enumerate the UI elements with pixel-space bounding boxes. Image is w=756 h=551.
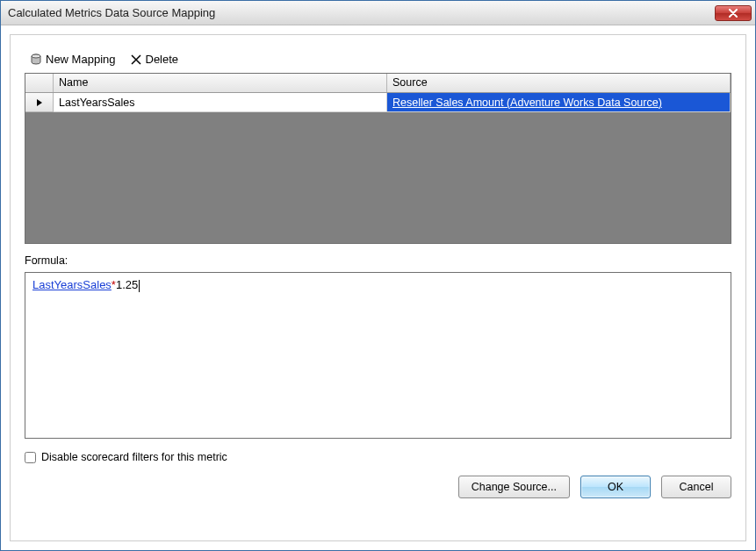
new-mapping-button[interactable]: New Mapping [25, 51, 121, 68]
grid-body: LastYearsSales Reseller Sales Amount (Ad… [25, 93, 731, 243]
column-header-name[interactable]: Name [54, 74, 387, 92]
disable-filters-row: Disable scorecard filters for this metri… [25, 451, 731, 463]
row-selector-header[interactable] [25, 74, 54, 92]
formula-label: Formula: [25, 254, 731, 267]
disable-filters-label: Disable scorecard filters for this metri… [41, 451, 227, 463]
source-link[interactable]: Reseller Sales Amount (Adventure Works D… [392, 97, 662, 109]
table-row[interactable]: LastYearsSales Reseller Sales Amount (Ad… [25, 93, 731, 112]
grid-header-row: Name Source [25, 74, 731, 93]
cancel-button[interactable]: Cancel [661, 476, 731, 498]
delete-button[interactable]: Delete [125, 51, 184, 68]
new-mapping-label: New Mapping [46, 53, 116, 66]
cell-name[interactable]: LastYearsSales [54, 93, 387, 112]
row-current-icon [36, 98, 43, 107]
delete-label: Delete [146, 53, 179, 66]
dialog-content: New Mapping Delete Name Source [10, 34, 746, 541]
formula-textarea[interactable]: LastYearsSales*1.25 [25, 272, 731, 439]
cell-source[interactable]: Reseller Sales Amount (Adventure Works D… [387, 93, 731, 112]
text-caret [139, 280, 140, 292]
mapping-grid[interactable]: Name Source LastYearsSales Reseller Sale… [25, 73, 731, 244]
delete-x-icon [130, 54, 142, 66]
dialog-button-row: Change Source... OK Cancel [25, 476, 731, 498]
database-icon [30, 54, 42, 66]
window-title: Calculated Metrics Data Source Mapping [8, 6, 715, 19]
disable-filters-checkbox[interactable] [25, 452, 36, 463]
formula-literal: 1.25 [116, 278, 138, 291]
toolbar: New Mapping Delete [25, 47, 731, 73]
close-button[interactable] [715, 5, 752, 21]
svg-point-1 [32, 54, 40, 58]
dialog-window: Calculated Metrics Data Source Mapping N… [0, 0, 756, 551]
formula-variable: LastYearsSales [32, 278, 112, 291]
row-selector[interactable] [25, 93, 54, 112]
change-source-button[interactable]: Change Source... [458, 476, 570, 498]
ok-button[interactable]: OK [580, 476, 651, 498]
titlebar: Calculated Metrics Data Source Mapping [1, 1, 755, 25]
close-icon [729, 9, 738, 18]
column-header-source[interactable]: Source [387, 74, 731, 92]
